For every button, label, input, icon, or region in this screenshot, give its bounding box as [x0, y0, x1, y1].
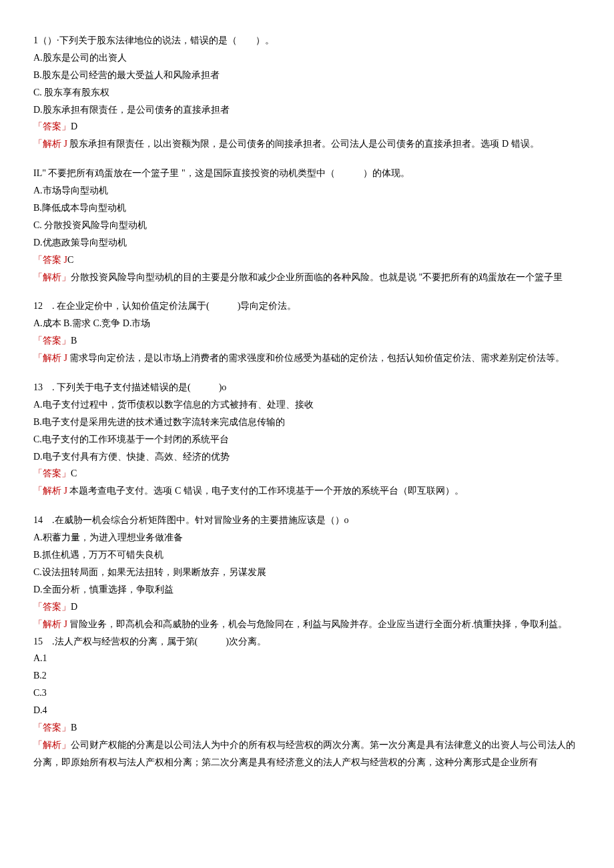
q5-analysis: 「解析 J 冒险业务，即高机会和高威胁的业务，机会与危险同在，利益与风险并存。企…	[33, 616, 581, 633]
q4-option-c: C.电子支付的工作环境基于一个封闭的系统平台	[33, 431, 581, 448]
q6-option-d: D.4	[33, 702, 581, 719]
q3-answer-label: 「答案」	[33, 336, 71, 346]
q5-option-b: B.抓住机遇，万万不可错失良机	[33, 546, 581, 564]
q4-option-b: B.电子支付是采用先进的技术通过数字流转来完成信息传输的	[33, 414, 581, 431]
q4-answer-label: 「答案」	[33, 468, 71, 478]
q6-analysis: 「解析」公司财产权能的分离是以公司法人为中介的所有权与经营权的两次分离。第一次分…	[33, 737, 581, 771]
q4-analysis-label: 「解析 J	[33, 486, 67, 496]
q6-option-a: A.1	[33, 650, 581, 667]
q2-analysis: 「解析」分散投资风险导向型动机的目的主要是分散和减少企业所面临的各种风险。也就是…	[33, 269, 581, 286]
q2-answer-label: 「答案 J	[33, 255, 67, 265]
q4-stem: 13 . 下列关于电子支付描述错误的是( )o	[33, 379, 581, 396]
q5-answer-value: D	[71, 602, 77, 612]
q1-analysis: 「解析 J 股东承担有限责任，以出资额为限，是公司债务的间接承担者。公司法人是公…	[33, 135, 581, 153]
q6-analysis-label: 「解析」	[33, 740, 71, 750]
q1-option-c: C. 股东享有股东权	[33, 84, 581, 101]
q4-option-a: A.电子支付过程中，货币债权以数字信息的方式被持有、处理、接收	[33, 396, 581, 414]
q3-analysis-label: 「解析 J	[33, 353, 67, 363]
q6-answer-value: B	[71, 723, 77, 733]
q5-analysis-label: 「解析 J	[33, 619, 67, 629]
q1-stem: 1（）·下列关于股东法律地位的说法，错误的是（ ）。	[33, 32, 581, 49]
q6-option-c: C.3	[33, 685, 581, 702]
q2-analysis-label: 「解析」	[33, 272, 71, 282]
q2-stem: IL" 不要把所有鸡蛋放在一个篮子里 "，这是国际直接投资的动机类型中（ ）的体…	[33, 165, 581, 182]
q6-analysis-text: 公司财产权能的分离是以公司法人为中介的所有权与经营权的两次分离。第一次分离是具有…	[33, 740, 575, 767]
q3-analysis: 「解析 J 需求导向定价法，是以市场上消费者的需求强度和价位感受为基础的定价法，…	[33, 350, 581, 367]
q3-stem: 12 . 在企业定价中，认知价值定价法属于( )导向定价法。	[33, 298, 581, 315]
question-5: 14 .在威胁一机会综合分析矩阵图中。针对冒险业务的主要措施应该是（）o A.积…	[33, 512, 581, 632]
question-1: 1（）·下列关于股东法律地位的说法，错误的是（ ）。 A.股东是公司的出资人 B…	[33, 32, 581, 153]
q5-stem: 14 .在威胁一机会综合分析矩阵图中。针对冒险业务的主要措施应该是（）o	[33, 512, 581, 529]
q2-answer-value: C	[67, 255, 73, 265]
q6-stem: 15 .法人产权与经营权的分离，属于第( )次分离。	[33, 633, 581, 650]
q1-option-d: D.股东承担有限责任，是公司债务的直接承担者	[33, 101, 581, 119]
q1-option-a: A.股东是公司的出资人	[33, 49, 581, 67]
q1-analysis-text: 股东承担有限责任，以出资额为限，是公司债务的间接承担者。公司法人是公司债务的直接…	[67, 139, 539, 149]
q3-answer: 「答案」B	[33, 332, 581, 350]
q2-option-d: D.优惠政策导向型动机	[33, 234, 581, 252]
q5-option-d: D.全面分析，慎重选择，争取利益	[33, 581, 581, 598]
q2-option-c: C. 分散投资风险导向型动机	[33, 217, 581, 234]
q1-answer: 「答案」D	[33, 118, 581, 135]
q2-answer: 「答案 JC	[33, 252, 581, 269]
q4-option-d: D.电子支付具有方便、快捷、高效、经济的优势	[33, 448, 581, 466]
q4-answer-value: C	[71, 468, 77, 478]
q4-analysis-text: 本题考查电子支付。选项 C 错误，电子支付的工作环境基于一个开放的系统平台（即互…	[67, 486, 464, 496]
q2-option-a: A.市场导向型动机	[33, 182, 581, 199]
q3-analysis-text: 需求导向定价法，是以市场上消费者的需求强度和价位感受为基础的定价法，包括认知价值…	[67, 353, 565, 363]
question-2: IL" 不要把所有鸡蛋放在一个篮子里 "，这是国际直接投资的动机类型中（ ）的体…	[33, 165, 581, 286]
q4-analysis: 「解析 J 本题考查电子支付。选项 C 错误，电子支付的工作环境基于一个开放的系…	[33, 482, 581, 500]
q4-answer: 「答案」C	[33, 465, 581, 482]
q1-analysis-label: 「解析 J	[33, 139, 67, 149]
q3-options: A.成本 B.需求 C.竞争 D.市场	[33, 315, 581, 332]
q1-answer-label: 「答案」	[33, 121, 71, 131]
q2-analysis-text: 分散投资风险导向型动机的目的主要是分散和减少企业所面临的各种风险。也就是说 "不…	[71, 272, 563, 282]
question-6: 15 .法人产权与经营权的分离，属于第( )次分离。 A.1 B.2 C.3 D…	[33, 633, 581, 771]
q5-answer-label: 「答案」	[33, 602, 71, 612]
q2-option-b: B.降低成本导向型动机	[33, 199, 581, 217]
q6-answer: 「答案」B	[33, 719, 581, 737]
q5-analysis-text: 冒险业务，即高机会和高威胁的业务，机会与危险同在，利益与风险并存。企业应当进行全…	[67, 619, 567, 629]
q1-option-b: B.股东是公司经营的最大受益人和风险承担者	[33, 67, 581, 84]
q5-option-a: A.积蓄力量，为进入理想业务做准备	[33, 529, 581, 546]
question-3: 12 . 在企业定价中，认知价值定价法属于( )导向定价法。 A.成本 B.需求…	[33, 298, 581, 367]
q6-answer-label: 「答案」	[33, 723, 71, 733]
q6-option-b: B.2	[33, 667, 581, 685]
q5-option-c: C.设法扭转局面，如果无法扭转，则果断放弃，另谋发展	[33, 564, 581, 581]
q3-answer-value: B	[71, 336, 77, 346]
q5-answer: 「答案」D	[33, 598, 581, 616]
question-4: 13 . 下列关于电子支付描述错误的是( )o A.电子支付过程中，货币债权以数…	[33, 379, 581, 500]
q1-answer-value: D	[71, 121, 77, 131]
